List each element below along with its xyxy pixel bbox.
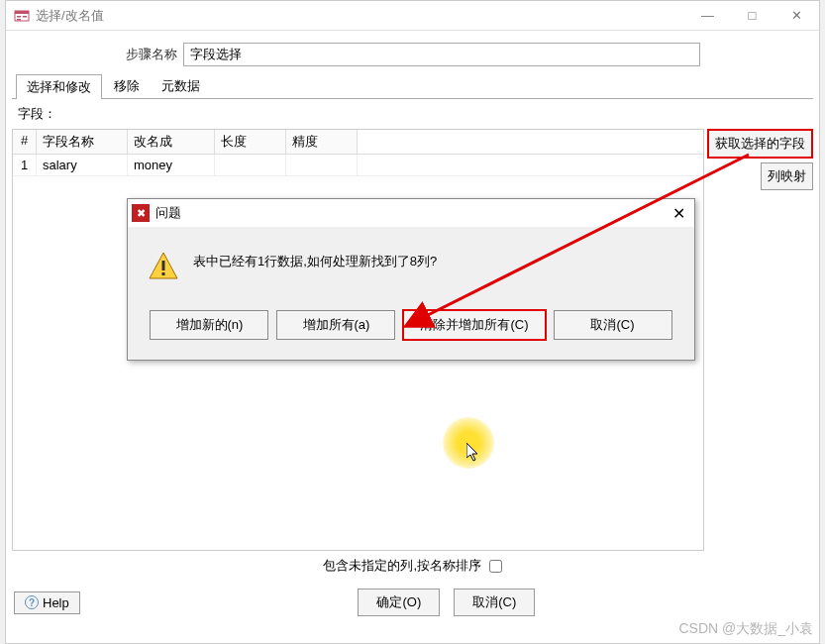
help-label: Help <box>43 595 69 610</box>
cell-precision[interactable] <box>286 155 358 175</box>
svg-rect-4 <box>23 16 27 18</box>
titlebar: 选择/改名值 — □ ✕ <box>6 1 819 31</box>
help-icon: ? <box>25 595 39 609</box>
checkbox-label: 包含未指定的列,按名称排序 <box>323 558 481 573</box>
cell-rename[interactable]: money <box>128 155 215 175</box>
add-new-button[interactable]: 增加新的(n) <box>150 310 268 340</box>
svg-rect-3 <box>17 19 21 21</box>
cursor-icon <box>466 443 482 467</box>
window-controls: — □ ✕ <box>685 1 819 31</box>
add-all-button[interactable]: 增加所有(a) <box>276 310 395 340</box>
dialog-titlebar: ✖ 问题 ✕ <box>128 199 694 227</box>
close-button[interactable]: ✕ <box>774 1 819 31</box>
tab-remove[interactable]: 移除 <box>104 74 150 99</box>
col-hash: # <box>13 130 37 154</box>
get-selected-fields-button[interactable]: 获取选择的字段 <box>707 129 813 159</box>
clear-and-add-all-button[interactable]: 清除并增加所有(C) <box>403 310 545 340</box>
bottom-row: ? Help 确定(O) 取消(C) <box>6 581 819 624</box>
step-name-input[interactable] <box>183 43 700 66</box>
checkbox-row: 包含未指定的列,按名称排序 <box>6 551 819 581</box>
dialog-icon: ✖ <box>132 204 150 222</box>
table-header: # 字段名称 改名成 长度 精度 <box>13 130 703 155</box>
question-dialog: ✖ 问题 ✕ 表中已经有1行数据,如何处理新找到了8列? 增加新的(n) 增加所… <box>127 198 695 361</box>
dialog-body: 表中已经有1行数据,如何处理新找到了8列? <box>128 227 694 298</box>
svg-rect-8 <box>162 261 165 270</box>
col-rename: 改名成 <box>128 130 215 154</box>
side-buttons: 获取选择的字段 列映射 <box>707 129 813 551</box>
dialog-cancel-button[interactable]: 取消(C) <box>554 310 672 340</box>
include-unspecified-checkbox[interactable] <box>489 560 502 573</box>
cell-name[interactable]: salary <box>37 155 128 175</box>
cancel-button[interactable]: 取消(C) <box>454 589 535 616</box>
dialog-message: 表中已经有1行数据,如何处理新找到了8列? <box>193 251 437 270</box>
fields-label: 字段： <box>6 99 819 129</box>
step-name-label: 步骤名称 <box>126 46 177 63</box>
app-icon <box>14 8 30 24</box>
col-field-name: 字段名称 <box>37 130 128 154</box>
dialog-title: 问题 <box>155 204 667 222</box>
tab-select-modify[interactable]: 选择和修改 <box>16 74 102 99</box>
warning-icon <box>148 251 179 282</box>
tab-metadata[interactable]: 元数据 <box>152 74 210 99</box>
dialog-close-button[interactable]: ✕ <box>667 202 690 224</box>
svg-rect-1 <box>15 11 29 14</box>
window-title: 选择/改名值 <box>36 7 685 25</box>
help-button[interactable]: ? Help <box>14 591 80 614</box>
svg-marker-10 <box>466 443 477 461</box>
col-length: 长度 <box>215 130 286 154</box>
dialog-buttons: 增加新的(n) 增加所有(a) 清除并增加所有(C) 取消(C) <box>128 298 694 360</box>
watermark: CSDN @大数据_小袁 <box>678 620 813 638</box>
svg-rect-9 <box>162 272 165 275</box>
minimize-button[interactable]: — <box>685 1 730 31</box>
tabs: 选择和修改 移除 元数据 <box>6 74 819 99</box>
maximize-button[interactable]: □ <box>730 1 774 31</box>
cell-num: 1 <box>13 155 37 175</box>
step-name-row: 步骤名称 <box>6 31 819 74</box>
cell-length[interactable] <box>215 155 286 175</box>
column-mapping-button[interactable]: 列映射 <box>761 162 813 190</box>
col-precision: 精度 <box>286 130 358 154</box>
table-row[interactable]: 1 salary money <box>13 155 703 176</box>
ok-button[interactable]: 确定(O) <box>358 589 440 616</box>
svg-rect-2 <box>17 16 21 18</box>
